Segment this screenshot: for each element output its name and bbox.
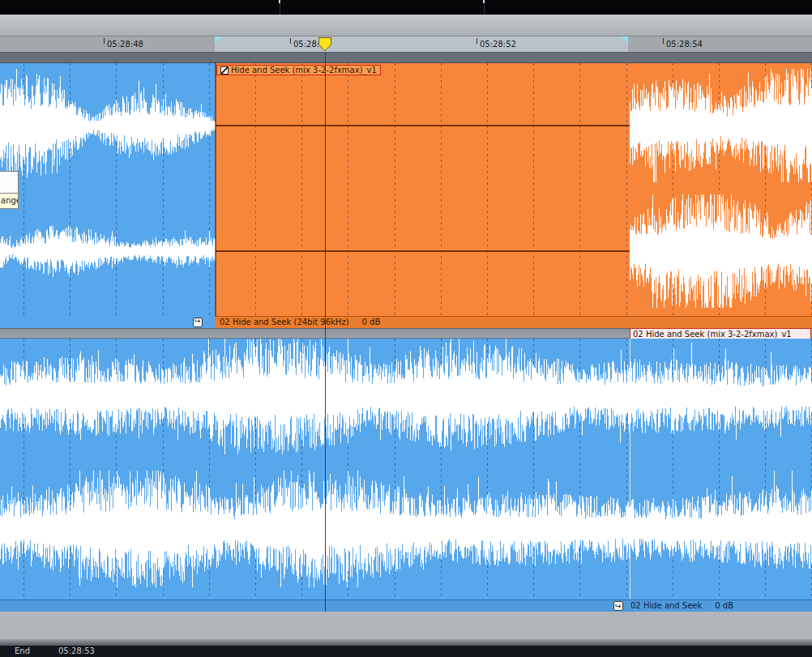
- event-grip-icon[interactable]: [613, 601, 623, 611]
- waveform-track2: [0, 339, 812, 599]
- timeline-ruler[interactable]: 05:28:4805:28:5005:28:5205:28:54: [0, 36, 812, 53]
- waveform-track1: [0, 63, 812, 316]
- tooltip-top: [0, 171, 19, 194]
- event-title: Hide and Seek (mix 3-2-2fxmax)_v1: [231, 66, 377, 75]
- loop-end-icon[interactable]: [621, 36, 628, 44]
- track-1[interactable]: Hide and Seek (mix 3-2-2fxmax)_v1 02 Hid…: [0, 63, 812, 328]
- toolbar: [0, 15, 812, 36]
- event-gain-label: 0 dB: [362, 318, 381, 326]
- event-boundary-line: [630, 339, 630, 612]
- tooltip-text: ange: [0, 194, 19, 209]
- event-info-bar-track1: 02 Hide and Seek (24bit 96kHz)0 dB: [215, 316, 812, 328]
- ruler-tick: [477, 38, 477, 44]
- ruler-tick: [290, 38, 291, 44]
- event-boundary-line: [215, 63, 216, 328]
- daw-window: 05:28:4805:28:5005:28:5205:28:54 Hide an…: [0, 0, 812, 657]
- event-title-box[interactable]: Hide and Seek (mix 3-2-2fxmax)_v1: [216, 65, 381, 75]
- status-bar: End 05:28:53: [0, 646, 812, 657]
- status-field-value: 05:28:53: [58, 646, 95, 657]
- event-info-text: 02 Hide and Seek0 dB: [630, 600, 733, 612]
- menu-bar: [0, 0, 812, 15]
- tooltip: ange: [0, 171, 19, 209]
- event-edit-icon: [220, 66, 229, 75]
- event-gain-label: 0 dB: [715, 601, 733, 610]
- event-info-label: 02 Hide and Seek: [630, 601, 702, 610]
- event-grip-icon[interactable]: [193, 318, 203, 327]
- loop-region[interactable]: [215, 36, 628, 52]
- ruler-tick: [663, 38, 664, 44]
- menu-tick: [483, 0, 485, 3]
- track-area-spacer: [0, 53, 812, 63]
- status-field-label: End: [15, 646, 30, 657]
- ruler-tick-label: 05:28:54: [666, 40, 703, 49]
- workspace-background: [0, 612, 812, 639]
- status-bar-edge: [0, 639, 812, 646]
- event-label-box[interactable]: 02 Hide and Seek (mix 3-2-2fxmax)_v1: [630, 328, 811, 339]
- ruler-tick-label: 05:28:48: [107, 40, 143, 49]
- loop-start-icon[interactable]: [215, 36, 222, 44]
- ruler-tick: [104, 38, 105, 44]
- event-label: 02 Hide and Seek (mix 3-2-2fxmax)_v1: [633, 330, 792, 339]
- event-info-bar-track2: 02 Hide and Seek0 dB: [0, 599, 812, 612]
- event-info-label: 02 Hide and Seek (24bit 96kHz): [220, 318, 349, 326]
- ruler-tick-label: 05:28:52: [480, 40, 516, 49]
- edit-cursor-line: [325, 53, 326, 612]
- track-2[interactable]: 02 Hide and Seek0 dB: [0, 339, 812, 612]
- menu-tick: [279, 0, 280, 3]
